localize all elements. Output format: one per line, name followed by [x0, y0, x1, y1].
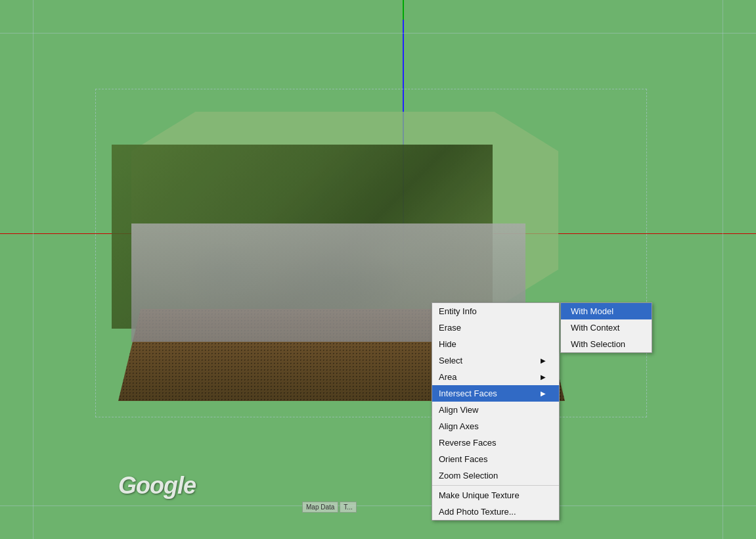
3d-viewport: Google Map Data T... Entity Info Erase H…: [0, 0, 756, 539]
menu-item-align-axes[interactable]: Align Axes: [432, 418, 559, 434]
menu-item-reverse-faces[interactable]: Reverse Faces: [432, 434, 559, 451]
menu-item-entity-info[interactable]: Entity Info: [432, 303, 559, 319]
guide-line-top: [0, 33, 756, 34]
menu-item-hide[interactable]: Hide: [432, 336, 559, 352]
menu-item-make-unique-texture[interactable]: Make Unique Texture: [432, 487, 559, 504]
map-data-label: Map Data: [302, 502, 338, 513]
guide-line-left: [33, 0, 33, 539]
submenu-item-with-selection[interactable]: With Selection: [561, 336, 652, 352]
map-data-bar: Map Data T...: [302, 502, 357, 513]
guide-line-bottom: [0, 505, 756, 506]
context-menu: Entity Info Erase Hide Select ▶ Area ▶ I…: [432, 302, 560, 521]
guide-line-right: [723, 0, 723, 539]
menu-separator: [432, 485, 559, 486]
submenu-item-with-model[interactable]: With Model: [561, 303, 652, 319]
select-submenu-arrow: ▶: [541, 357, 546, 364]
3d-model: [99, 92, 644, 414]
menu-item-add-photo-texture[interactable]: Add Photo Texture...: [432, 504, 559, 520]
menu-item-align-view[interactable]: Align View: [432, 402, 559, 418]
menu-item-area[interactable]: Area ▶: [432, 369, 559, 385]
terrain-label: T...: [340, 502, 356, 513]
intersect-faces-submenu: With Model With Context With Selection: [560, 302, 652, 353]
menu-item-select[interactable]: Select ▶: [432, 352, 559, 369]
submenu-item-with-context[interactable]: With Context: [561, 319, 652, 336]
google-watermark: Google: [118, 472, 196, 500]
intersect-submenu-arrow: ▶: [541, 390, 546, 397]
area-submenu-arrow: ▶: [541, 373, 546, 381]
menu-item-orient-faces[interactable]: Orient Faces: [432, 451, 559, 467]
menu-item-intersect-faces[interactable]: Intersect Faces ▶: [432, 385, 559, 402]
menu-item-zoom-selection[interactable]: Zoom Selection: [432, 467, 559, 484]
menu-item-erase[interactable]: Erase: [432, 319, 559, 336]
